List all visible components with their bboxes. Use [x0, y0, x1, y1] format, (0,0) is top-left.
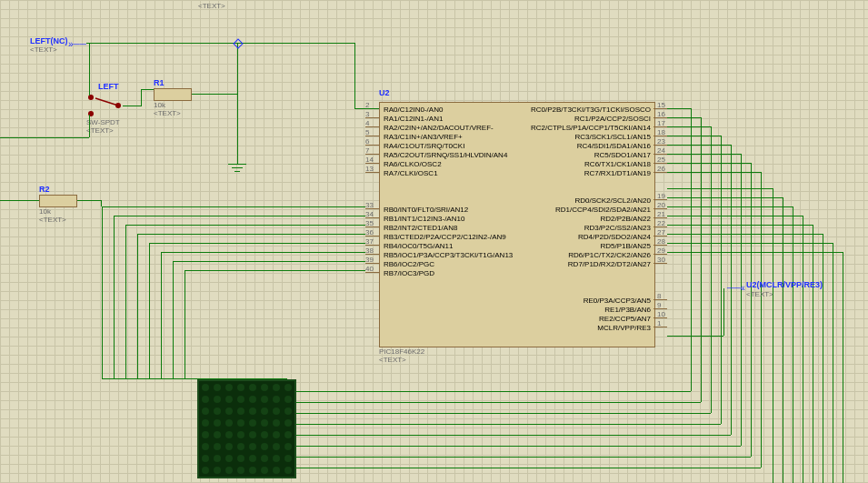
pin-number: 3 [365, 110, 369, 118]
switch-text: <TEXT> [86, 126, 114, 135]
pin-number: 1 [657, 319, 661, 327]
u2-part: PIC18F46K22 [379, 347, 424, 356]
pin-label: RD3/P2C/SS2/AN23 [584, 224, 651, 232]
pin-label: RC7/RX1/DT1/AN19 [584, 169, 651, 177]
wire [123, 106, 141, 106]
pin-number: 27 [657, 228, 665, 236]
wire [89, 115, 90, 137]
pin-label: RD2/P2B/AN22 [600, 215, 651, 223]
gnd-bar [234, 171, 240, 172]
pin-label: RB4/IOC0/T5G/AN11 [384, 242, 453, 250]
r1-name: R1 [154, 78, 165, 87]
pin-number: 17 [657, 119, 665, 127]
pin-number: 35 [365, 219, 374, 227]
wire [192, 94, 237, 95]
led-matrix[interactable] [197, 379, 296, 478]
terminal-left-nc-label: LEFT(NC) [30, 36, 68, 45]
gnd-bar [232, 167, 243, 168]
pin-label: RB2/INT2/CTED1/AN8 [384, 224, 457, 232]
wire [89, 43, 90, 96]
pin-number: 38 [365, 247, 374, 255]
pin-number: 5 [365, 128, 369, 136]
wire [354, 43, 355, 108]
pin-label: RA6/CLKO/OSC2 [384, 160, 442, 168]
pin-number: 40 [365, 265, 374, 273]
pin-number: 14 [365, 156, 374, 164]
u2-name: U2 [379, 88, 390, 97]
pin-label: RD5/P1B/AN25 [600, 242, 651, 250]
wire [141, 89, 142, 106]
resistor-r2[interactable] [39, 195, 77, 207]
pin-number: 16 [657, 110, 665, 118]
pin-label: RD6/P1C/TX2/CK2/AN26 [568, 251, 651, 259]
pin-number: 29 [657, 247, 665, 255]
pin-label: RC1/P2A/CCP2/SOSCI [574, 115, 651, 123]
pin-label: RB0/INT0/FLT0/SRI/AN12 [384, 206, 468, 214]
pin-label: RA1/C12IN1-/AN1 [384, 115, 443, 123]
pin-number: 20 [657, 201, 665, 209]
pin-number: 34 [365, 210, 374, 218]
pin-label: RC3/SCK1/SCL1/AN15 [574, 133, 651, 141]
arrow-icon: »── [727, 283, 745, 293]
pin-number: 36 [365, 228, 374, 236]
terminal-mclr-text: <TEXT> [746, 290, 773, 298]
gnd-bar [228, 164, 246, 165]
pin-label: RA7/CLKI/OSC1 [384, 169, 438, 177]
pin-label: RC4/SDI1/SDA1/AN16 [577, 142, 651, 150]
pin-label: RA2/C2IN+/AN2/DACOUT/VREF- [384, 124, 494, 132]
pin-label: RA3/C1IN+/AN3/VREF+ [384, 133, 463, 141]
pin-label: RE2/CCP5/AN7 [599, 315, 651, 323]
r2-text: <TEXT> [39, 216, 66, 224]
wire [0, 200, 39, 201]
wire [86, 43, 355, 44]
r2-name: R2 [39, 185, 50, 194]
pin-number: 8 [657, 292, 661, 300]
u2-text: <TEXT> [379, 356, 406, 364]
pin-number: 25 [657, 156, 665, 164]
pin-label: RB7/IOC3/PGD [384, 269, 434, 277]
terminal-left-nc-text: <TEXT> [30, 45, 57, 54]
pin-label: RB6/IOC2/PGC [384, 260, 434, 268]
pin-number: 30 [657, 256, 665, 264]
pin-number: 21 [657, 210, 665, 218]
pin-number: 4 [365, 119, 369, 127]
pin-number: 6 [365, 137, 369, 146]
r1-text: <TEXT> [154, 109, 181, 117]
pin-label: MCLR/VPP/RE3 [597, 324, 651, 332]
pin-number: 33 [365, 201, 374, 209]
pin-number: 13 [365, 165, 374, 173]
arrow-icon: »── [68, 39, 86, 49]
r1-value: 10k [154, 101, 165, 109]
wire [77, 200, 101, 201]
pin-number: 37 [365, 237, 374, 246]
pin-number: 28 [657, 237, 665, 246]
pin-label: RB5/IOC1/P3A/CCP3/T3CKI/T1G/AN13 [384, 251, 513, 259]
switch-name: LEFT [98, 82, 119, 91]
pin-number: 26 [657, 165, 665, 173]
pin-label: RC5/SDO1/AN17 [594, 151, 651, 159]
pin-number: 19 [657, 192, 665, 200]
wire [237, 43, 238, 164]
pin-number: 23 [657, 137, 665, 146]
wire [0, 137, 89, 138]
pin-number: 9 [657, 301, 661, 309]
pin-label: RA0/C12IN0-/AN0 [384, 106, 443, 114]
pin-label: RD4/P2D/SDO2/AN24 [578, 233, 651, 241]
pin-number: 10 [657, 310, 665, 318]
ruler-text: <TEXT> [198, 2, 225, 10]
pin-label: RE1/P3B/AN6 [604, 306, 651, 314]
pin-label: RA4/C1OUT/SRQ/T0CKI [384, 142, 464, 150]
pin-number: 7 [365, 146, 369, 155]
terminal-mclr-label: U2(MCLR/VPP/RE3) [746, 280, 823, 289]
pin-label: RE0/P3A/CCP3/AN5 [584, 297, 651, 305]
pin-label: RD1/CCP4/SDI2/SDA2/AN21 [555, 206, 651, 214]
pin-label: RB3/CTED2/P2A/CCP2/C12IN2-/AN9 [384, 233, 506, 241]
pin-number: 24 [657, 146, 665, 155]
pin-label: RC0/P2B/T3CKI/T3G/T1CKI/SOSCO [531, 106, 651, 114]
resistor-r1[interactable] [154, 88, 192, 101]
pin-label: RD0/SCK2/SCL2/AN20 [574, 196, 651, 205]
pin-number: 39 [365, 256, 374, 264]
svg-line-3 [95, 98, 118, 106]
pin-label: RB1/INT1/C12IN3-/AN10 [384, 215, 464, 223]
pin-number: 18 [657, 128, 665, 136]
